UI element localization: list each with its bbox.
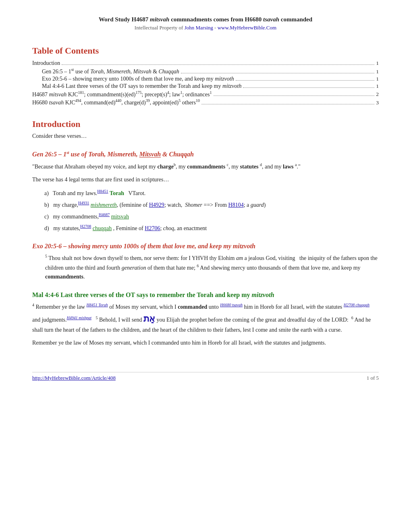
strongs-h8451-a[interactable]: H8451 bbox=[97, 189, 108, 193]
gen-item-a: a) Torah and my laws.H8451 Torah VTarot. bbox=[44, 188, 379, 198]
toc-page-gen: 1 bbox=[376, 69, 379, 75]
gen-item-b: b) my charge,H4931 mishmereth, (feminine… bbox=[44, 200, 379, 210]
toc-dots-1 bbox=[62, 60, 374, 65]
document-title: Word Study H4687 mitsvah commnadments co… bbox=[32, 16, 379, 23]
exo-text: 5 Thou shalt not bow down thyself to the… bbox=[45, 253, 379, 281]
gen-list: a) Torah and my laws.H8451 Torah VTarot.… bbox=[44, 188, 379, 233]
mal-text2: Remember ye the law of Moses my servant,… bbox=[32, 339, 379, 347]
strongs-h2708-mal[interactable]: H2708 chuqqah bbox=[344, 303, 369, 307]
toc-label-exo: Exo 20:5-6 – showing mercy unto 1000s of… bbox=[42, 76, 234, 82]
toc-entry-h6680: H6680 tsavah KJC494, command(ed)440, cha… bbox=[32, 98, 379, 106]
website-link[interactable]: www.MyHebrewBible.Com bbox=[218, 25, 276, 31]
strongs-h2708[interactable]: H2708 bbox=[80, 224, 91, 229]
toc-entry-h4687: H4687 mitsvah KJC181; commandment(s)(ed)… bbox=[32, 90, 379, 98]
toc-label-gen: Gen 26:5 – 1st use of Torah, Mismereth, … bbox=[42, 67, 179, 75]
gen-heading: Gen 26:5 – 1st use of Torah, Mismereth, … bbox=[32, 150, 379, 158]
page-number: 1 of 5 bbox=[367, 375, 379, 381]
toc-dots-4 bbox=[243, 83, 374, 88]
toc-page-mal: 1 bbox=[376, 83, 379, 89]
toc-dots-5 bbox=[214, 91, 375, 96]
footer-url[interactable]: http://MyHebrewBible.com/Article/408 bbox=[32, 375, 116, 381]
strongs-h8451-mal[interactable]: H8451 Torah bbox=[86, 303, 108, 307]
strongs-h2706[interactable]: H2706 bbox=[145, 225, 160, 231]
toc-heading: Table of Contents bbox=[32, 46, 379, 56]
footer: http://MyHebrewBible.com/Article/408 1 o… bbox=[32, 372, 379, 381]
toc-page-h6680: 3 bbox=[376, 100, 379, 106]
page-header: Word Study H4687 mitsvah commnadments co… bbox=[32, 16, 379, 31]
author-link[interactable]: John Marsing bbox=[185, 25, 213, 31]
exo-heading: Exo 20:5-6 – showing mercy unto 1000s of… bbox=[32, 243, 379, 250]
toc-label-introduction: Introduction bbox=[32, 60, 60, 66]
toc-section: Introduction 1 Gen 26:5 – 1st use of Tor… bbox=[32, 60, 379, 106]
document-subtitle: Intellectual Property of John Marsing - … bbox=[32, 25, 379, 31]
toc-page-introduction: 1 bbox=[376, 60, 379, 66]
toc-label-mal: Mal 4:4-6 Last three verses of the OT sa… bbox=[42, 83, 241, 89]
toc-dots-3 bbox=[236, 76, 375, 81]
toc-dots-2 bbox=[181, 69, 374, 73]
toc-page-exo: 1 bbox=[376, 76, 379, 82]
strongs-h4941[interactable]: H4941 mishpat bbox=[67, 316, 91, 320]
mal-text1: 4 Remember ye the law H8451 Torah of Mos… bbox=[32, 302, 379, 335]
gen-note: The verse has 4 legal terms that are fir… bbox=[32, 175, 379, 184]
strongs-h4929[interactable]: H4929 bbox=[149, 202, 164, 208]
strongs-h4687[interactable]: H4687 bbox=[99, 212, 110, 217]
toc-label-h6680: H6680 tsavah KJC494, command(ed)440, cha… bbox=[32, 98, 200, 106]
toc-entry-introduction: Introduction 1 bbox=[32, 60, 379, 66]
toc-page-h4687: 2 bbox=[376, 91, 379, 98]
intro-consider: Consider these verses… bbox=[32, 132, 379, 141]
toc-entry-mal: Mal 4:4-6 Last three verses of the OT sa… bbox=[32, 83, 379, 89]
strongs-h4931[interactable]: H4931 bbox=[78, 201, 89, 205]
toc-entry-gen: Gen 26:5 – 1st use of Torah, Mismereth, … bbox=[32, 67, 379, 75]
mal-heading: Mal 4:4-6 Last three verses of the OT sa… bbox=[32, 291, 379, 299]
hebrew-aleph-tav: אֵת bbox=[143, 314, 155, 324]
gen-quote: "Because that Abraham obeyed my voice, a… bbox=[32, 162, 379, 171]
introduction-heading: Introduction bbox=[32, 119, 379, 129]
toc-entry-exo: Exo 20:5-6 – showing mercy unto 1000s of… bbox=[32, 76, 379, 82]
gen-item-d: d) my statutes,H2708 chuqqah , Feminine … bbox=[44, 223, 379, 233]
strongs-h8104[interactable]: H8104 bbox=[228, 202, 244, 208]
toc-dots-6 bbox=[201, 100, 374, 104]
strongs-h6680-mal[interactable]: H6680 tsavah bbox=[220, 303, 243, 307]
gen-item-c: c) my commandments,H4687 mitsvah bbox=[44, 212, 379, 221]
toc-label-h4687: H4687 mitsvah KJC181; commandment(s)(ed)… bbox=[32, 90, 212, 98]
